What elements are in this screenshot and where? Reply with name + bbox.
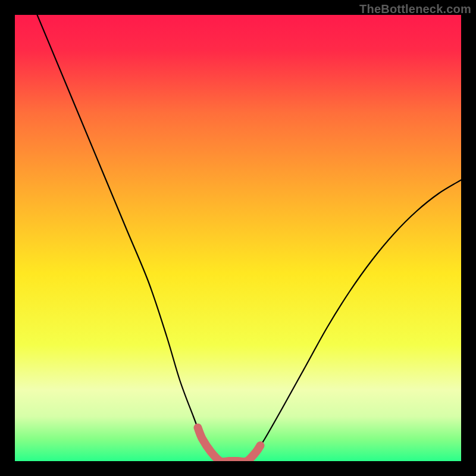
chart-frame: TheBottleneck.com — [0, 0, 476, 476]
optimal-range-highlight — [198, 428, 261, 461]
plot-area — [15, 15, 461, 461]
watermark-text: TheBottleneck.com — [359, 2, 471, 16]
bottleneck-curve — [37, 15, 462, 461]
curve-layer — [15, 15, 461, 461]
